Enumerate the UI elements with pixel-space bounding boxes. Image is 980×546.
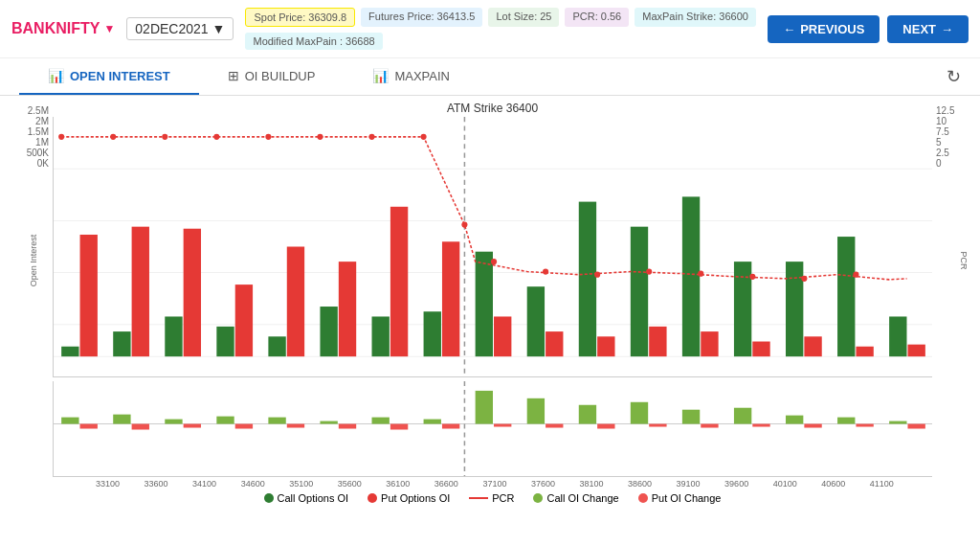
tab-maxpain[interactable]: 📊 MAXPAIN	[344, 58, 479, 95]
svg-rect-25	[184, 229, 201, 356]
x-tick: 38600	[628, 479, 652, 489]
svg-point-53	[698, 271, 703, 277]
tab-open-interest[interactable]: 📊 OPEN INTEREST	[19, 58, 199, 95]
x-axis-labels: 3310033600341003460035100356003610036600…	[53, 477, 932, 489]
svg-rect-21	[837, 237, 855, 356]
svg-rect-88	[701, 424, 718, 428]
svg-point-54	[749, 274, 755, 280]
svg-rect-22	[889, 316, 906, 356]
info-pills: Spot Price: 36309.8Futures Price: 36413.…	[245, 8, 756, 50]
tabs-bar: 📊 OPEN INTEREST ⊞ OI BUILDUP 📊 MAXPAIN ↻	[0, 58, 980, 96]
x-tick: 40600	[821, 479, 845, 489]
svg-point-42	[162, 134, 167, 140]
date-selector[interactable]: 02DEC2021 ▼	[126, 17, 234, 40]
oi-tab-icon: 📊	[48, 68, 64, 83]
svg-rect-24	[132, 227, 149, 357]
tab-oi-buildup[interactable]: ⊞ OI BUILDUP	[199, 58, 345, 95]
next-arrow-icon: →	[941, 22, 953, 36]
x-tick: 39600	[724, 479, 748, 489]
svg-point-51	[594, 272, 600, 278]
nav-buttons: ← PREVIOUS NEXT →	[768, 15, 969, 43]
x-tick: 34600	[241, 479, 265, 489]
svg-rect-59	[61, 418, 78, 424]
svg-rect-69	[579, 405, 596, 424]
svg-rect-10	[268, 336, 285, 356]
legend-label: Put OI Change	[652, 492, 722, 504]
svg-rect-30	[442, 241, 459, 356]
y-left-tick: 1.5M	[10, 126, 49, 137]
svg-rect-26	[235, 284, 253, 356]
svg-rect-86	[597, 424, 614, 429]
symbol-selector[interactable]: BANKNIFTY ▼	[11, 20, 115, 37]
svg-point-56	[853, 272, 858, 278]
x-tick: 38100	[579, 479, 603, 489]
svg-point-52	[646, 268, 652, 274]
y-axis-right-label: PCR	[958, 251, 968, 269]
y-axis-left: 2.5M2M1.5M1M500K0K	[10, 96, 53, 197]
svg-rect-61	[165, 420, 182, 424]
x-tick: 36100	[386, 479, 410, 489]
svg-rect-73	[786, 416, 803, 424]
svg-rect-91	[856, 424, 873, 427]
oi-tab-label: OPEN INTEREST	[70, 69, 170, 83]
svg-rect-60	[113, 415, 130, 424]
buildup-tab-label: OI BUILDUP	[245, 69, 316, 83]
pill-5: Modified MaxPain : 36688	[245, 33, 382, 50]
prev-label: PREVIOUS	[800, 22, 864, 36]
y-axis-left-label: Open Interest	[29, 235, 38, 287]
svg-rect-39	[908, 345, 925, 357]
legend-item-pcr: PCR	[469, 492, 514, 504]
y-right-tick: 12.5	[936, 105, 970, 116]
legend: Call Options OIPut Options OIPCRCall OI …	[53, 489, 932, 508]
svg-rect-75	[889, 421, 906, 424]
svg-rect-78	[184, 424, 201, 428]
legend-label: Call OI Change	[546, 492, 618, 504]
svg-rect-81	[339, 424, 356, 429]
pill-2: Lot Size: 25	[488, 8, 559, 27]
svg-rect-63	[268, 418, 285, 424]
x-tick: 39100	[677, 479, 701, 489]
x-tick: 37100	[482, 479, 506, 489]
svg-rect-87	[649, 424, 666, 427]
svg-rect-9	[216, 327, 234, 356]
legend-dot	[638, 493, 648, 503]
svg-rect-67	[476, 391, 493, 424]
svg-rect-6	[61, 347, 78, 356]
previous-button[interactable]: ← PREVIOUS	[768, 15, 880, 43]
legend-item-put-oi-change: Put OI Change	[638, 492, 722, 504]
pill-1: Futures Price: 36413.5	[361, 8, 482, 27]
legend-item-call-oi-change: Call OI Change	[533, 492, 618, 504]
legend-label: Call Options OI	[278, 492, 349, 504]
x-tick: 41100	[870, 479, 894, 489]
svg-rect-28	[339, 262, 356, 356]
svg-rect-89	[752, 424, 769, 427]
svg-rect-80	[287, 424, 304, 428]
svg-rect-12	[372, 316, 390, 356]
svg-rect-27	[287, 247, 304, 357]
y-axis-right: 12.5107.552.50	[932, 96, 970, 197]
x-tick: 37600	[531, 479, 555, 489]
svg-rect-20	[786, 262, 803, 356]
legend-line	[469, 497, 488, 499]
refresh-button[interactable]: ↻	[947, 66, 961, 87]
y-right-tick: 10	[936, 116, 970, 126]
svg-rect-14	[476, 252, 493, 356]
x-tick: 34100	[192, 479, 216, 489]
svg-rect-36	[752, 342, 769, 357]
x-tick: 33600	[145, 479, 168, 489]
chart-area: Open Interest 2.5M2M1.5M1M500K0K ATM Str…	[0, 96, 980, 508]
svg-rect-83	[442, 424, 459, 429]
date-text: 02DEC2021	[135, 21, 208, 36]
svg-rect-76	[80, 424, 98, 429]
svg-point-44	[265, 134, 271, 140]
svg-rect-74	[837, 418, 855, 424]
svg-rect-18	[682, 196, 700, 356]
svg-rect-62	[216, 417, 234, 424]
svg-rect-23	[80, 235, 98, 356]
svg-rect-16	[579, 202, 596, 357]
next-label: NEXT	[902, 22, 936, 36]
x-tick: 33100	[96, 479, 120, 489]
next-button[interactable]: NEXT →	[887, 15, 969, 43]
svg-rect-66	[424, 420, 441, 424]
date-arrow-icon: ▼	[212, 21, 226, 36]
